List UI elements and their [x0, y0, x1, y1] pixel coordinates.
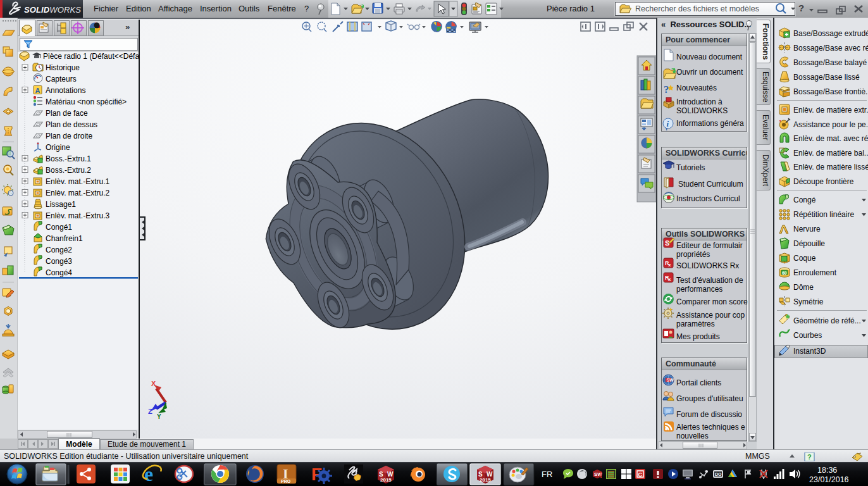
svg-text:?: ?	[664, 84, 669, 96]
svg-text:PRO: PRO	[281, 479, 291, 483]
svg-text:C: C	[638, 471, 643, 478]
svg-text:!: !	[600, 471, 602, 480]
svg-text:Plan de face: Plan de face	[46, 109, 88, 118]
svg-text:DO: DO	[715, 472, 722, 477]
svg-text:Enlèv. mat.-Extru.3: Enlèv. mat.-Extru.3	[46, 211, 109, 220]
svg-text:2015: 2015	[480, 477, 491, 483]
svg-text:Chanfrein1: Chanfrein1	[46, 234, 83, 243]
svg-text:Plan de dessus: Plan de dessus	[46, 120, 97, 129]
svg-text:60: 60	[782, 271, 787, 275]
svg-text:SW: SW	[667, 378, 674, 382]
svg-text:?: ?	[807, 453, 812, 461]
svg-text:x: x	[668, 277, 671, 282]
svg-text:18:36: 18:36	[817, 466, 837, 475]
svg-text:Matériau <non spécifié>: Matériau <non spécifié>	[46, 97, 127, 106]
svg-text:Z: Z	[148, 408, 152, 415]
svg-text:X: X	[151, 380, 156, 387]
svg-text:2015: 2015	[380, 477, 392, 483]
svg-text:Congé4: Congé4	[46, 268, 72, 277]
svg-text:Pièce radio 1 (Défaut<<Défa: Pièce radio 1 (Défaut<<Défa	[43, 52, 139, 61]
svg-text:Boss.-Extru.1: Boss.-Extru.1	[46, 154, 91, 163]
svg-text:Y: Y	[157, 413, 161, 420]
svg-text:x: x	[668, 262, 671, 268]
svg-text:Congé1: Congé1	[46, 223, 72, 232]
svg-text:Congé2: Congé2	[46, 246, 72, 254]
svg-text:FR: FR	[542, 470, 552, 479]
svg-text:Plan de droite: Plan de droite	[46, 132, 92, 140]
svg-text:Historique: Historique	[46, 63, 80, 72]
svg-text:Annotations: Annotations	[46, 86, 85, 95]
svg-text:Capteurs: Capteurs	[46, 75, 77, 84]
svg-text:23/01/2016: 23/01/2016	[809, 475, 849, 484]
svg-text:Boss.-Extru.2: Boss.-Extru.2	[46, 166, 91, 175]
svg-text:Enlèv. mat.-Extru.1: Enlèv. mat.-Extru.1	[46, 177, 109, 186]
svg-text:A: A	[35, 87, 40, 94]
svg-text:Congé3: Congé3	[46, 257, 72, 266]
svg-text:i: i	[667, 119, 669, 128]
svg-text:Origine: Origine	[46, 143, 70, 152]
svg-text:Lissage1: Lissage1	[46, 200, 76, 209]
svg-text:Enlèv. mat.-Extru.2: Enlèv. mat.-Extru.2	[46, 189, 109, 197]
